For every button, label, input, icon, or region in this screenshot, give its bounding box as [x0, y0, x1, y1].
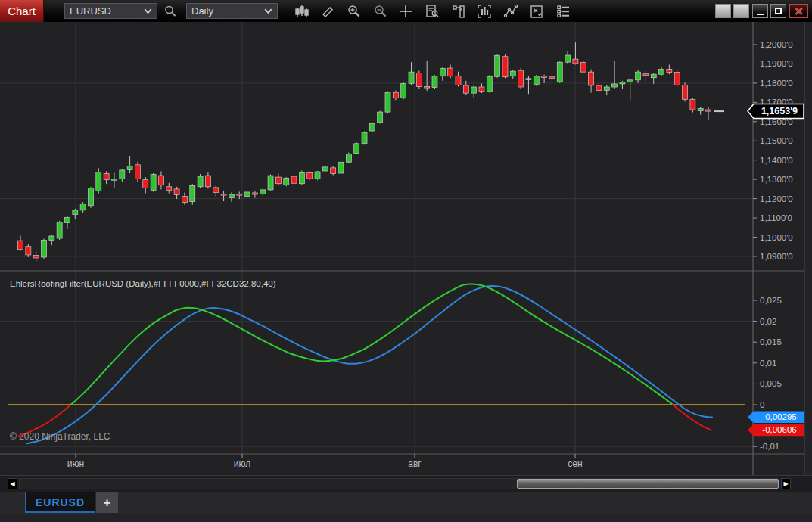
indicators-icon — [476, 3, 493, 20]
month-label: июн — [67, 458, 84, 469]
maximize-icon — [775, 8, 782, 14]
indicator-tick-label: 0,025 — [760, 296, 782, 305]
crosshair-icon — [397, 3, 414, 20]
title-bar: Chart EURUSD Daily — [0, 0, 812, 22]
indicator-tick-label: 0,015 — [760, 337, 782, 346]
properties-button[interactable] — [553, 2, 573, 20]
indicator-tick-label: -0,01 — [760, 442, 779, 451]
candlestick-style-button[interactable] — [291, 2, 311, 20]
maximize-button[interactable] — [770, 4, 786, 18]
trigger-value-badge-label: -0,00295 — [762, 412, 796, 421]
zigzag-icon — [502, 3, 519, 20]
interval-dropdown[interactable]: Daily — [186, 3, 278, 19]
time-scrollbar: ◀ ▶ — [0, 475, 812, 492]
tab-eurusd-label: EURUSD — [36, 496, 85, 508]
chart-window: Chart EURUSD Daily — [0, 0, 812, 522]
plus-icon: + — [104, 496, 111, 511]
instrument-dropdown[interactable]: EURUSD — [64, 3, 157, 19]
interval-value: Daily — [191, 5, 261, 17]
month-label: авг — [408, 458, 422, 469]
add-tab-button[interactable]: + — [96, 492, 118, 513]
close-button[interactable]: ✕ — [789, 4, 808, 18]
price-tick-label: 1,1200'0 — [760, 194, 793, 204]
window-title-label: Chart — [8, 5, 36, 17]
chevron-down-icon — [144, 8, 152, 14]
zoom-in-button[interactable] — [344, 2, 363, 20]
zoom-out-icon — [372, 3, 388, 20]
minimize-button[interactable] — [752, 4, 768, 18]
scrollbar-thumb[interactable] — [517, 479, 779, 489]
indicator-tick-label: 0 — [760, 400, 764, 409]
price-tick-label: 1,1300'0 — [760, 175, 793, 184]
chevron-down-icon — [264, 8, 272, 14]
price-tick-label: 1,1100'0 — [760, 213, 792, 222]
chart-canvas[interactable]: 1,2000'01,1900'01,1800'01,1700'01,1600'0… — [0, 22, 812, 475]
indicator-tick-label: 0,005 — [760, 379, 782, 388]
month-label: сен — [568, 458, 582, 469]
interval-link-button[interactable] — [733, 4, 749, 18]
chart-trader-icon — [450, 3, 467, 20]
zigzag-button[interactable] — [501, 2, 521, 20]
search-icon — [163, 5, 177, 18]
tab-strip: EURUSD + — [0, 492, 812, 514]
chart-trader-button[interactable] — [449, 2, 468, 20]
candlestick-style-icon — [293, 3, 310, 20]
scroll-left-button[interactable]: ◀ — [8, 478, 17, 489]
filter-value-badge-label: -0,00606 — [762, 425, 796, 434]
indicator-label: EhlersRoofingFilter(EURUSD (Daily),#FFFF… — [10, 279, 276, 288]
crosshair-button[interactable] — [396, 2, 415, 20]
zoom-out-button[interactable] — [370, 2, 390, 20]
instrument-link-button[interactable] — [715, 4, 731, 18]
strategies-button[interactable] — [527, 2, 546, 20]
scroll-right-button[interactable]: ▶ — [781, 478, 791, 489]
instrument-search-button[interactable] — [161, 3, 179, 19]
strategies-icon — [528, 3, 545, 20]
tab-eurusd[interactable]: EURUSD — [25, 492, 95, 513]
price-tick-label: 1,1800'0 — [760, 79, 793, 88]
price-tick-label: 1,1500'0 — [760, 136, 793, 145]
indicators-button[interactable] — [474, 2, 494, 20]
instrument-value: EURUSD — [70, 5, 141, 17]
properties-icon — [555, 3, 571, 20]
copyright-label: © 2020 NinjaTrader, LLC — [10, 431, 110, 442]
close-icon: ✕ — [795, 6, 804, 17]
right-border-strip — [804, 22, 812, 475]
price-tick-label: 1,0900'0 — [760, 252, 793, 261]
scrollbar-grip — [521, 482, 524, 487]
data-box-icon — [424, 3, 440, 20]
month-label: июл — [234, 458, 250, 469]
window-title-tab[interactable]: Chart — [0, 0, 44, 22]
current-price-badge-label: 1,1653'9 — [761, 106, 798, 117]
data-box-button[interactable] — [422, 2, 442, 20]
window-bottom-border — [0, 514, 812, 522]
pencil-button[interactable] — [318, 2, 338, 20]
indicator-tick-label: 0,01 — [760, 359, 776, 368]
indicator-tick-label: 0,02 — [760, 317, 776, 326]
scrollbar-track[interactable] — [19, 478, 779, 489]
minimize-icon — [757, 14, 764, 15]
price-tick-label: 1,1000'0 — [760, 233, 793, 242]
price-tick-label: 1,1400'0 — [760, 156, 793, 165]
pencil-icon — [319, 3, 336, 20]
price-tick-label: 1,2000'0 — [760, 40, 793, 49]
zoom-in-icon — [345, 3, 362, 20]
price-tick-label: 1,1900'0 — [760, 59, 793, 68]
